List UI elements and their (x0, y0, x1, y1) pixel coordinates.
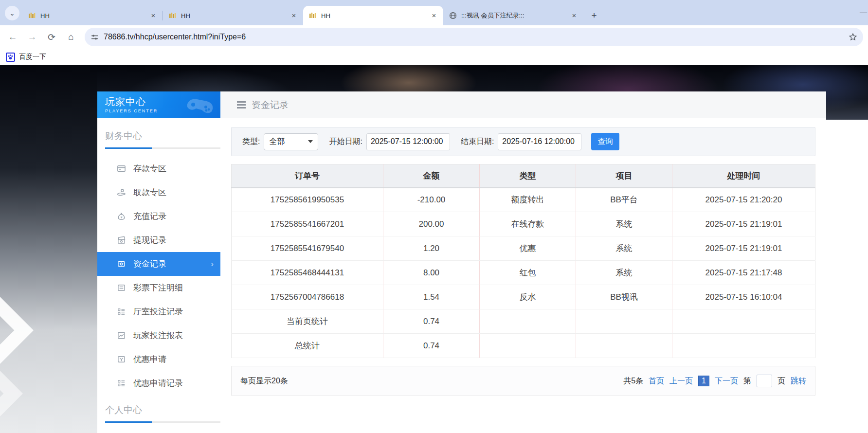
sidebar-item-label: 玩家投注报表 (133, 330, 183, 341)
table-cell: 2025-07-15 21:20:20 (672, 188, 815, 212)
sidebar-item-label: 提现记录 (133, 235, 166, 246)
deposit-card-icon (117, 164, 126, 173)
type-filter-label: 类型: (242, 137, 260, 147)
end-date-label: 结束日期: (461, 137, 494, 147)
end-date-input[interactable] (498, 133, 581, 150)
table-cell: 总统计 (232, 334, 383, 358)
tab-search-button[interactable]: ⌄ (5, 6, 19, 20)
site-favicon-gold-icon (309, 12, 317, 19)
sidebar-item-withdrawal-record[interactable]: 提现记录 (97, 228, 220, 252)
forward-icon[interactable]: → (26, 32, 38, 42)
tab-close-icon[interactable]: × (570, 11, 579, 20)
promo-record-list-icon (117, 379, 126, 388)
table-row: 1752585541667201200.00在线存款系统2025-07-15 2… (232, 212, 815, 236)
tab-close-icon[interactable]: × (289, 11, 298, 20)
browser-tab-4[interactable]: :::视讯 会员下注纪录::: × (443, 6, 583, 25)
promo-apply-ticket-icon (117, 355, 126, 364)
table-row: 1752585619950535-210.00额度转出BB平台2025-07-1… (232, 188, 815, 212)
browser-tab-1[interactable]: HH × (22, 6, 163, 25)
tab-close-icon[interactable]: × (149, 11, 158, 20)
sidebar-item-label: 彩票下注明细 (133, 282, 183, 293)
table-cell: 2025-07-15 21:17:48 (672, 261, 815, 285)
bookmark-baidu[interactable]: 百度一下 (19, 53, 46, 61)
url-text: 78686.tv/hhcp/usercenter.html?iniType=6 (104, 33, 844, 41)
first-page-link[interactable]: 首页 (649, 376, 664, 386)
sidebar-item-deposit-zone[interactable]: 存款专区 (97, 157, 220, 180)
current-page-badge[interactable]: 1 (698, 376, 709, 386)
sidebar-item-player-bet-report[interactable]: 玩家投注报表 (97, 324, 220, 347)
page-title: 资金记录 (252, 99, 289, 111)
tab-close-icon[interactable]: × (430, 11, 438, 20)
site-favicon-gold-icon (169, 12, 177, 19)
reload-icon[interactable]: ⟳ (46, 32, 57, 43)
next-page-link[interactable]: 下一页 (715, 376, 738, 386)
table-cell: 在线存款 (480, 212, 576, 236)
page-size-text: 每页显示20条 (240, 376, 288, 386)
lottery-detail-icon (117, 283, 126, 292)
table-cell (480, 309, 576, 334)
withdrawal-banknote-icon (117, 235, 126, 245)
new-tab-button[interactable]: + (587, 9, 601, 22)
site-info-icon[interactable] (90, 33, 99, 41)
sidebar-item-label: 优惠申请记录 (133, 378, 183, 389)
table-cell: 1752585619950535 (232, 188, 383, 212)
hamburger-icon (237, 101, 246, 108)
funds-record-table: 订单号 金额 类型 项目 处理时间 1752585619950535-210.0… (231, 164, 815, 358)
bookmark-star-icon[interactable] (849, 33, 857, 41)
chevron-down-icon: ⌄ (10, 10, 15, 17)
table-cell: 额度转出 (480, 188, 576, 212)
table-cell: 2025-07-15 21:19:01 (672, 236, 815, 261)
table-cell: 1752585468444131 (232, 261, 383, 285)
tab-title: HH (40, 12, 145, 19)
jump-prefix-label: 第 (743, 376, 751, 386)
sidebar-item-recharge-record[interactable]: ¥ 充值记录 (97, 204, 220, 228)
table-row: 17525855416795401.20优惠系统2025-07-15 21:19… (232, 236, 815, 261)
funds-record-icon (117, 259, 126, 269)
section-title-personal: 个人中心 (97, 404, 220, 416)
table-cell (672, 309, 815, 334)
table-cell: 0.74 (383, 334, 480, 358)
home-icon[interactable]: ⌂ (65, 32, 77, 42)
table-row: 总统计0.74 (232, 334, 815, 358)
sidebar-item-withdraw-zone[interactable]: 取款专区 (97, 180, 220, 204)
sidebar-item-promo-apply[interactable]: 优惠申请 (97, 347, 220, 371)
start-date-label: 开始日期: (329, 137, 362, 147)
bookmarks-bar: 百度一下 (0, 49, 868, 65)
prev-page-link[interactable]: 上一页 (669, 376, 693, 386)
back-icon[interactable]: ← (7, 32, 18, 42)
chevron-right-icon: › (211, 259, 214, 269)
total-count-text: 共5条 (623, 376, 643, 386)
sidebar-item-lottery-bet-detail[interactable]: 彩票下注明细 (97, 276, 220, 300)
sidebar-item-promo-apply-record[interactable]: 优惠申请记录 (97, 371, 220, 395)
table-cell: 1.54 (383, 285, 480, 309)
table-cell (480, 334, 576, 358)
baidu-favicon (6, 53, 15, 62)
section-title-finance: 财务中心 (97, 130, 220, 143)
pagination-bar: 每页显示20条 共5条 首页 上一页 1 下一页 第 页 跳转 (231, 366, 815, 396)
sidebar-item-label: 资金记录 (133, 258, 166, 270)
table-cell: 2025-07-15 21:19:01 (672, 212, 815, 236)
sidebar-item-hall-bet-record[interactable]: 厅室投注记录 (97, 300, 220, 324)
type-select[interactable]: 全部 (264, 133, 318, 150)
players-center-header: 玩家中心 PLAYERS CENTER (97, 91, 220, 118)
table-cell: 2025-07-15 16:10:04 (672, 285, 815, 309)
address-bar[interactable]: 78686.tv/hhcp/usercenter.html?iniType=6 (85, 28, 863, 46)
recharge-moneybag-icon: ¥ (117, 212, 126, 221)
jump-button[interactable]: 跳转 (791, 376, 806, 386)
table-row: 当前页统计0.74 (232, 309, 815, 334)
page-header: 资金记录 (220, 91, 826, 118)
table-cell: 反水 (480, 285, 576, 309)
table-body: 1752585619950535-210.00额度转出BB平台2025-07-1… (232, 188, 815, 358)
sidebar-item-label: 厅室投注记录 (133, 306, 183, 317)
page-body: 类型: 全部 开始日期: 结束日期: 查询 (220, 118, 826, 433)
window-minimize-button[interactable]: — (860, 8, 867, 16)
browser-tab-3-active[interactable]: HH × (303, 6, 443, 25)
type-select-value: 全部 (269, 137, 285, 147)
search-button[interactable]: 查询 (591, 133, 619, 150)
browser-tab-2[interactable]: HH × (163, 6, 303, 25)
start-date-input[interactable] (366, 133, 450, 150)
paw-icon (7, 54, 14, 60)
sidebar-item-funds-record[interactable]: 资金记录 › (97, 252, 220, 276)
page-jump-input[interactable] (757, 375, 772, 387)
table-cell (576, 334, 672, 358)
